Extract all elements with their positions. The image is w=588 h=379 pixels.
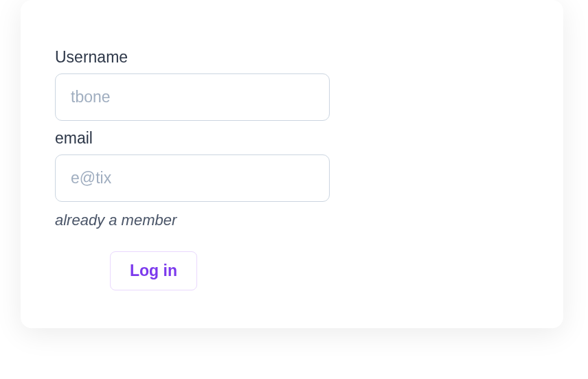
email-label: email [55,129,529,148]
username-label: Username [55,48,529,67]
login-card: Username email already a member Log in [21,0,563,328]
username-input[interactable] [55,73,330,121]
email-input[interactable] [55,154,330,202]
member-hint: already a member [55,211,529,229]
button-row: Log in [55,251,529,290]
login-button[interactable]: Log in [110,251,197,290]
